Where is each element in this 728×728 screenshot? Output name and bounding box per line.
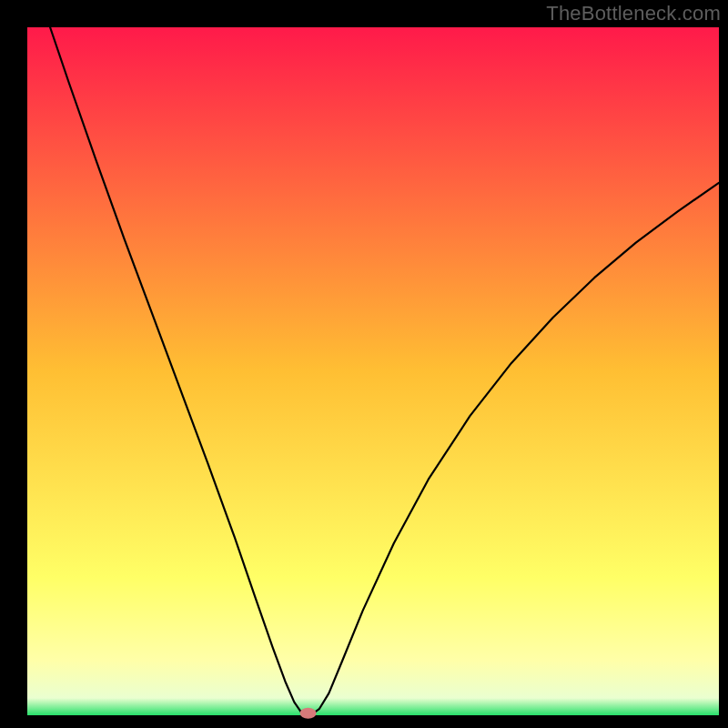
chart-plot-area [27,27,719,715]
chart-container: TheBottleneck.com [0,0,728,728]
optimal-point-marker [300,708,317,719]
bottleneck-chart [0,0,728,728]
watermark-label: TheBottleneck.com [546,2,721,25]
